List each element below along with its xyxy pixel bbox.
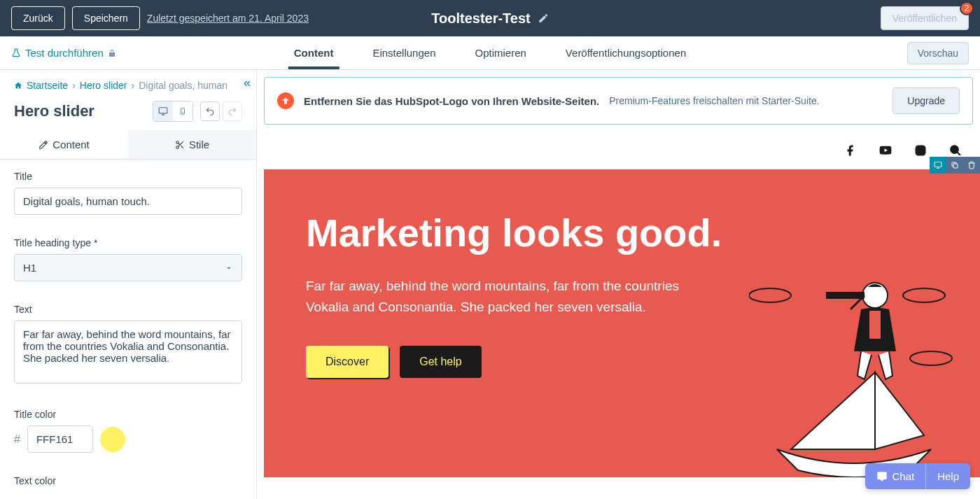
text-label: Text xyxy=(14,304,242,315)
svg-rect-15 xyxy=(869,311,881,339)
title-label: Title xyxy=(14,171,242,182)
sidebar-tab-stile[interactable]: Stile xyxy=(128,130,256,159)
hero-tool-copy[interactable] xyxy=(946,157,963,174)
chevron-down-icon xyxy=(225,264,233,272)
back-button[interactable]: Zurück xyxy=(11,6,65,30)
text-color-label: Text color xyxy=(14,475,242,486)
breadcrumb: Startseite › Hero slider › Digital goals… xyxy=(0,70,256,98)
mobile-view-button[interactable] xyxy=(173,101,192,121)
discover-button[interactable]: Discover xyxy=(306,346,388,378)
tab-content[interactable]: Content xyxy=(288,36,340,69)
chevron-right-icon: › xyxy=(132,80,135,91)
hero-illustration xyxy=(749,267,959,477)
title-color-swatch[interactable] xyxy=(100,427,125,452)
facebook-icon[interactable] xyxy=(844,144,857,157)
hero-tool-delete[interactable] xyxy=(963,157,980,174)
banner-title: Entfernen Sie das HubSpot-Logo von Ihren… xyxy=(304,95,599,107)
chat-icon xyxy=(876,471,888,482)
svg-point-11 xyxy=(903,288,945,302)
svg-point-4 xyxy=(176,146,179,148)
chat-widget: Chat Help xyxy=(865,463,970,489)
heading-type-label: Title heading type * xyxy=(14,237,242,248)
svg-rect-9 xyxy=(934,162,941,167)
page-title-text: Tooltester-Test xyxy=(431,10,531,27)
banner-sub: Premium-Features freischalten mit Starte… xyxy=(609,95,819,106)
svg-point-13 xyxy=(910,351,952,365)
get-help-button[interactable]: Get help xyxy=(400,346,481,378)
search-icon[interactable] xyxy=(949,144,962,157)
upgrade-button[interactable]: Upgrade xyxy=(892,87,960,114)
tab-settings[interactable]: Einstellungen xyxy=(367,36,441,69)
breadcrumb-hero-slider[interactable]: Hero slider xyxy=(80,80,127,91)
youtube-icon[interactable] xyxy=(879,144,892,157)
svg-rect-0 xyxy=(159,108,167,113)
title-color-input[interactable] xyxy=(27,426,93,453)
social-row xyxy=(257,132,980,169)
desktop-icon xyxy=(933,161,943,169)
run-test-link[interactable]: Test durchführen xyxy=(11,47,116,59)
trash-icon xyxy=(967,161,976,169)
instagram-icon[interactable] xyxy=(914,144,927,157)
upgrade-arrow-icon xyxy=(277,92,294,109)
sidebar-tabs: Content Stile xyxy=(0,130,256,160)
copy-icon xyxy=(951,161,959,169)
hero-toolbar xyxy=(930,157,980,174)
hash-symbol: # xyxy=(14,433,20,446)
breadcrumb-home[interactable]: Startseite xyxy=(27,80,68,91)
save-button[interactable]: Speichern xyxy=(72,6,140,30)
desktop-view-button[interactable] xyxy=(153,101,173,121)
svg-point-12 xyxy=(749,288,791,302)
hero-section[interactable]: Marketing looks good. Far far away, behi… xyxy=(264,169,980,477)
undo-button[interactable] xyxy=(200,101,220,121)
svg-point-7 xyxy=(923,147,924,148)
preview-area: Entfernen Sie das HubSpot-Logo von Ihren… xyxy=(257,70,980,499)
publish-button[interactable]: Veröffentlichen 2 xyxy=(881,6,969,30)
hero-headline: Marketing looks good. xyxy=(306,211,938,255)
section-title: Hero slider xyxy=(14,102,94,120)
last-saved-text[interactable]: Zuletzt gespeichert am 21. April 2023 xyxy=(147,13,309,24)
svg-point-2 xyxy=(183,113,183,113)
home-icon[interactable] xyxy=(14,81,22,90)
redo-button xyxy=(223,101,242,121)
preview-button[interactable]: Vorschau xyxy=(907,42,969,64)
chevron-right-icon: › xyxy=(72,80,76,91)
title-input[interactable] xyxy=(14,188,242,215)
desktop-icon xyxy=(158,106,169,116)
lock-icon xyxy=(108,49,116,57)
main-tabs: Content Einstellungen Optimieren Veröffe… xyxy=(288,36,692,69)
undo-icon xyxy=(205,106,215,116)
svg-point-8 xyxy=(951,146,958,153)
sidebar-tab-content[interactable]: Content xyxy=(0,130,128,159)
notification-badge: 2 xyxy=(960,1,974,15)
hero-body: Far far away, behind the word mountains,… xyxy=(306,276,698,318)
upgrade-banner: Entfernen Sie das HubSpot-Logo von Ihren… xyxy=(264,77,973,125)
scissors-icon xyxy=(175,140,185,150)
chat-button[interactable]: Chat xyxy=(865,463,926,489)
redo-icon xyxy=(227,106,237,116)
collapse-sidebar-icon[interactable]: « xyxy=(244,76,251,90)
breadcrumb-current: Digital goals, human xyxy=(139,80,227,91)
sidebar: « Startseite › Hero slider › Digital goa… xyxy=(0,70,257,499)
svg-rect-10 xyxy=(953,164,958,168)
svg-point-3 xyxy=(176,141,179,143)
heading-type-select[interactable]: H1 xyxy=(14,254,242,281)
device-toggle xyxy=(153,101,193,122)
top-bar: Zurück Speichern Zuletzt gespeichert am … xyxy=(0,0,980,36)
svg-rect-16 xyxy=(826,292,864,299)
hero-tool-desktop[interactable] xyxy=(930,157,946,174)
edit-title-icon[interactable] xyxy=(538,13,549,24)
tab-optimize[interactable]: Optimieren xyxy=(470,36,532,69)
pencil-icon xyxy=(38,140,48,150)
second-bar: Test durchführen Content Einstellungen O… xyxy=(0,36,980,70)
page-title: Tooltester-Test xyxy=(431,10,549,27)
text-textarea[interactable] xyxy=(14,321,242,384)
mobile-icon xyxy=(179,106,186,117)
title-color-label: Title color xyxy=(14,409,242,420)
tab-publish-options[interactable]: Veröffentlichungsoptionen xyxy=(560,36,692,69)
svg-point-6 xyxy=(918,148,923,153)
help-button[interactable]: Help xyxy=(926,463,970,489)
